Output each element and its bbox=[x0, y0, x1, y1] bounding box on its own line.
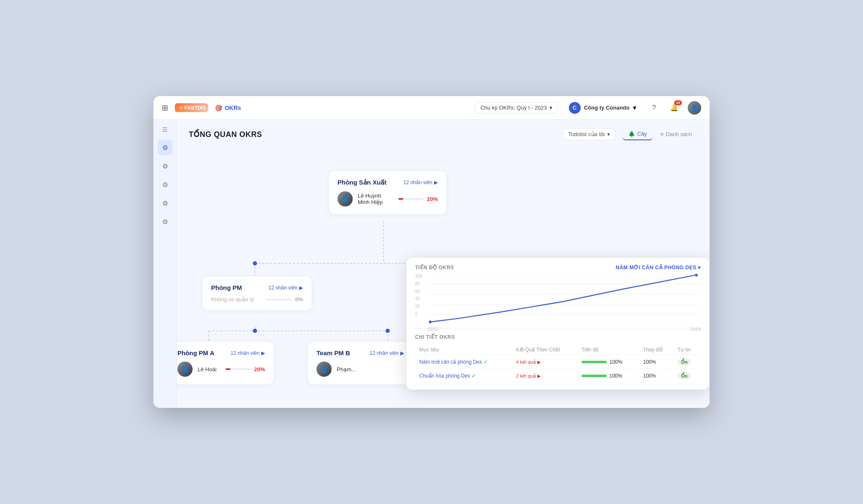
header-right: Todolist của tôi ▾ 🌲 Cây ≡ Danh sách bbox=[563, 128, 698, 140]
col-goal: Mục tiêu bbox=[416, 345, 512, 355]
col-confidence: Tự tin bbox=[674, 345, 700, 355]
logo-badge: ⚡FASTDO bbox=[175, 103, 208, 112]
sidebar-menu-icon[interactable]: ☰ bbox=[162, 126, 168, 133]
sidebar-item-okrs[interactable]: ⚙ bbox=[158, 140, 173, 155]
result-badge-1[interactable]: 4 kết quả ▶ bbox=[516, 359, 541, 365]
card-san-xuat[interactable]: Phòng Sản Xuất 12 nhân viên ▶ 👤 Lê Huỳnh… bbox=[329, 171, 447, 214]
cycle-label: Chu kỳ OKRs: Quý I - 2023 bbox=[480, 105, 547, 111]
card-pm-b-manager: Phạm... bbox=[337, 366, 356, 373]
notif-badge: 10 bbox=[674, 100, 682, 105]
sidebar-item-4[interactable]: ⚙ bbox=[158, 214, 173, 229]
content-area: TỔNG QUAN OKRS Todolist của tôi ▾ 🌲 Cây … bbox=[177, 120, 710, 408]
okrs-nav-icon: 🎯 bbox=[215, 105, 222, 111]
card-san-xuat-title: Phòng Sản Xuất bbox=[338, 179, 386, 186]
card-san-xuat-avatar: 👤 bbox=[338, 191, 353, 206]
card-pm-meta: 12 nhân viên ▶ bbox=[268, 285, 303, 291]
okrs-icon: ⚙ bbox=[162, 144, 168, 152]
y-axis: 100 80 60 40 20 0 bbox=[415, 274, 424, 316]
details-title: CHI TIẾT OKRS bbox=[415, 334, 701, 340]
svg-point-11 bbox=[253, 261, 257, 265]
gear-icon-2: ⚙ bbox=[162, 181, 168, 189]
chart-svg bbox=[415, 274, 701, 324]
tree-canvas: Phòng Sản Xuất 12 nhân viên ▶ 👤 Lê Huỳnh… bbox=[177, 145, 710, 390]
gear-icon-1: ⚙ bbox=[162, 162, 168, 170]
card-pm-b-title: Team PM B bbox=[316, 349, 350, 357]
card-pm-a-avatar: 👤 bbox=[177, 362, 193, 377]
card-pm-no-manager: Không có quản lý bbox=[211, 296, 254, 303]
tab-tree[interactable]: 🌲 Cây bbox=[622, 128, 653, 140]
todolist-label: Todolist của tôi bbox=[568, 131, 605, 137]
san-xuat-progress-bar bbox=[398, 198, 423, 200]
cycle-chevron-icon: ▾ bbox=[549, 105, 552, 111]
tree-icon: 🌲 bbox=[628, 131, 635, 137]
result-badge-2[interactable]: 2 kết quả ▶ bbox=[516, 373, 541, 378]
col-change: Thay đổi bbox=[640, 345, 673, 355]
details-table: Mục tiêu Kết Quả Then Chốt Tiến độ Thay … bbox=[415, 344, 701, 383]
chart-title: TIẾN ĐỘ OKRS bbox=[415, 265, 454, 271]
logo: ⚡FASTDO bbox=[175, 103, 208, 112]
topbar: ⊞ ⚡FASTDO 🎯 OKRs Chu kỳ OKRs: Quý I - 20… bbox=[153, 96, 710, 120]
goal-link-1[interactable]: Năm mới căn cả phòng Des bbox=[419, 359, 482, 365]
x-axis: 03/02 01/04 bbox=[415, 327, 701, 332]
card-pm-b-meta: 12 nhân viên ▶ bbox=[370, 350, 404, 356]
chart-section: TIẾN ĐỘ OKRS Năm mới căn cả phòng Des ▾ … bbox=[407, 258, 709, 328]
card-san-xuat-meta: 12 nhân viên ▶ bbox=[403, 180, 438, 185]
card-pm-a-meta: 12 nhân viên ▶ bbox=[230, 350, 265, 356]
pm-progress-bar bbox=[266, 299, 292, 300]
company-selector[interactable]: C Công ty Conando ▾ bbox=[565, 100, 641, 115]
main-layout: ☰ ⚙ ⚙ ⚙ ⚙ ⚙ TỔNG QUAN OKRS bbox=[153, 120, 710, 408]
details-section: CHI TIẾT OKRS Mục tiêu Kết Quả Then Chốt… bbox=[407, 328, 709, 389]
list-icon: ≡ bbox=[660, 131, 664, 137]
gear-icon-3: ⚙ bbox=[162, 199, 168, 207]
card-pm-title: Phòng PM bbox=[211, 284, 242, 291]
chart-area: 100 80 60 40 20 0 bbox=[415, 274, 701, 324]
card-pm-a-manager: Lê Hoài bbox=[198, 366, 217, 373]
sidebar-item-3[interactable]: ⚙ bbox=[158, 196, 173, 211]
user-avatar[interactable]: 👤 bbox=[688, 101, 701, 115]
san-xuat-progress-pct: 20% bbox=[427, 196, 438, 202]
okrs-nav-label: OKRs bbox=[225, 105, 241, 111]
card-pm-b[interactable]: Team PM B 12 nhân viên ▶ 👤 Phạm... bbox=[308, 341, 413, 385]
card-san-xuat-manager: Lê Huỳnh Minh Hiệp bbox=[358, 193, 393, 205]
sidebar-item-1[interactable]: ⚙ bbox=[158, 158, 173, 174]
col-progress: Tiến độ bbox=[578, 345, 639, 355]
sidebar: ☰ ⚙ ⚙ ⚙ ⚙ ⚙ bbox=[153, 120, 177, 408]
table-row: Chuẩn hóa phòng Des ✔ 2 kết quả ▶ bbox=[416, 370, 700, 383]
browser-window: ⊞ ⚡FASTDO 🎯 OKRs Chu kỳ OKRs: Quý I - 20… bbox=[153, 96, 710, 408]
goal-link-2[interactable]: Chuẩn hóa phòng Des bbox=[419, 373, 470, 379]
notifications-button[interactable]: 🔔 10 bbox=[667, 101, 681, 115]
table-row: Năm mới căn cả phòng Des ✔ 4 kết quả ▶ bbox=[416, 356, 700, 369]
gear-icon-4: ⚙ bbox=[162, 218, 168, 226]
page-header: TỔNG QUAN OKRS Todolist của tôi ▾ 🌲 Cây … bbox=[177, 120, 710, 145]
company-name: Công ty Conando bbox=[584, 105, 630, 111]
sidebar-item-2[interactable]: ⚙ bbox=[158, 177, 173, 192]
card-pm-b-avatar: 👤 bbox=[316, 362, 332, 377]
card-pm[interactable]: Phòng PM 12 nhân viên ▶ Không có quản lý bbox=[202, 276, 312, 311]
tab-list[interactable]: ≡ Danh sách bbox=[654, 129, 698, 140]
svg-point-13 bbox=[253, 329, 257, 333]
company-chevron-icon: ▾ bbox=[633, 104, 636, 112]
view-tabs: 🌲 Cây ≡ Danh sách bbox=[622, 128, 698, 140]
help-button[interactable]: ? bbox=[647, 101, 661, 115]
pm-progress-pct: 0% bbox=[295, 296, 303, 303]
popup-panel: TIẾN ĐỘ OKRS Năm mới căn cả phòng Des ▾ … bbox=[406, 257, 710, 390]
card-pm-a[interactable]: Phòng PM A 12 nhân viên ▶ 👤 Lê Hoài bbox=[177, 341, 274, 385]
okrs-nav[interactable]: 🎯 OKRs bbox=[215, 105, 241, 111]
card-pm-a-title: Phòng PM A bbox=[177, 349, 214, 357]
pm-a-progress-pct: 20% bbox=[254, 366, 265, 373]
todolist-chevron-icon: ▾ bbox=[607, 131, 610, 137]
svg-point-21 bbox=[429, 320, 432, 323]
grid-icon[interactable]: ⊞ bbox=[162, 103, 168, 113]
svg-point-14 bbox=[386, 329, 390, 333]
col-result: Kết Quả Then Chốt bbox=[513, 345, 578, 355]
todolist-button[interactable]: Todolist của tôi ▾ bbox=[563, 128, 616, 140]
chart-dropdown[interactable]: Năm mới căn cả phòng Des ▾ bbox=[616, 265, 701, 271]
svg-point-22 bbox=[695, 274, 698, 276]
page-title: TỔNG QUAN OKRS bbox=[189, 130, 262, 139]
company-avatar: C bbox=[569, 102, 581, 114]
cycle-selector[interactable]: Chu kỳ OKRs: Quý I - 2023 ▾ bbox=[475, 102, 558, 113]
pm-a-progress-bar bbox=[225, 368, 251, 370]
